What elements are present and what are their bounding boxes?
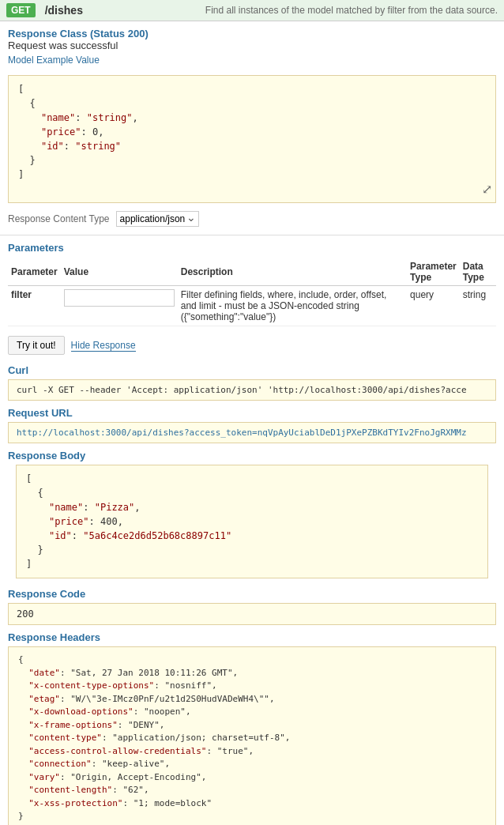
filter-input[interactable] xyxy=(64,289,175,307)
curl-section: Curl curl -X GET --header 'Accept: appli… xyxy=(0,361,504,404)
api-header: GET /dishes Find all instances of the mo… xyxy=(0,0,504,21)
table-row: filter Filter defining fields, where, in… xyxy=(8,286,496,326)
col-description: Description xyxy=(178,258,407,286)
model-value-link[interactable]: Example Value xyxy=(36,55,100,66)
response-body-title: Response Body xyxy=(8,450,496,461)
request-success-msg: Request was successful xyxy=(8,40,496,51)
param-value-filter xyxy=(61,286,178,326)
json-line1: [ { "name": "string", "price": 0, "id": … xyxy=(18,84,138,180)
response-code-section: Response Code 200 xyxy=(0,585,504,628)
expand-icon[interactable]: ⤢ xyxy=(482,180,492,199)
hide-response-link[interactable]: Hide Response xyxy=(71,340,136,352)
param-name-filter: filter xyxy=(8,286,61,326)
response-body-section: Response Body [ { "name": "Pizza", "pric… xyxy=(0,446,504,585)
try-it-out-button[interactable]: Try it out! xyxy=(8,336,65,355)
endpoint-path: /dishes xyxy=(45,4,83,17)
request-url-value: http://localhost:3000/api/dishes?access_… xyxy=(8,422,496,443)
action-row: Try it out! Hide Response xyxy=(0,330,504,361)
col-parameter: Parameter xyxy=(8,258,61,286)
response-headers-content: { "date": "Sat, 27 Jan 2018 10:11:26 GMT… xyxy=(8,646,496,825)
curl-command: curl -X GET --header 'Accept: applicatio… xyxy=(8,379,496,401)
example-json-block: [ { "name": "string", "price": 0, "id": … xyxy=(8,75,496,203)
content-type-row: Response Content Type application/json xyxy=(0,206,504,232)
col-param-type: Parameter Type xyxy=(407,258,460,286)
response-headers-title: Response Headers xyxy=(8,631,496,643)
param-type-filter: query xyxy=(407,286,460,326)
content-type-select[interactable]: application/json xyxy=(116,211,199,227)
param-desc-filter: Filter defining fields, where, include, … xyxy=(178,286,407,326)
response-class-section: Response Class (Status 200) Request was … xyxy=(0,21,504,72)
response-body-content: [ { "name": "Pizza", "price": 400, "id":… xyxy=(16,465,488,578)
col-data-type: Data Type xyxy=(460,258,496,286)
response-headers-section: Response Headers { "date": "Sat, 27 Jan … xyxy=(0,628,504,825)
response-class-title: Response Class (Status 200) xyxy=(8,28,496,40)
content-type-label: Response Content Type xyxy=(8,213,110,224)
request-url-title: Request URL xyxy=(8,407,496,419)
response-code-value: 200 xyxy=(8,603,496,625)
model-label: Model Example Value xyxy=(8,55,496,66)
curl-title: Curl xyxy=(8,364,496,376)
response-code-title: Response Code xyxy=(8,588,496,600)
parameters-title: Parameters xyxy=(8,242,496,254)
col-value: Value xyxy=(61,258,178,286)
method-badge: GET xyxy=(6,3,36,17)
endpoint-description: Find all instances of the model matched … xyxy=(205,5,498,16)
parameters-section: Parameters Parameter Value Description P… xyxy=(0,239,504,330)
parameters-table: Parameter Value Description Parameter Ty… xyxy=(8,258,496,326)
content-type-wrapper: application/json xyxy=(116,211,199,227)
request-url-section: Request URL http://localhost:3000/api/di… xyxy=(0,404,504,446)
data-type-filter: string xyxy=(460,286,496,326)
